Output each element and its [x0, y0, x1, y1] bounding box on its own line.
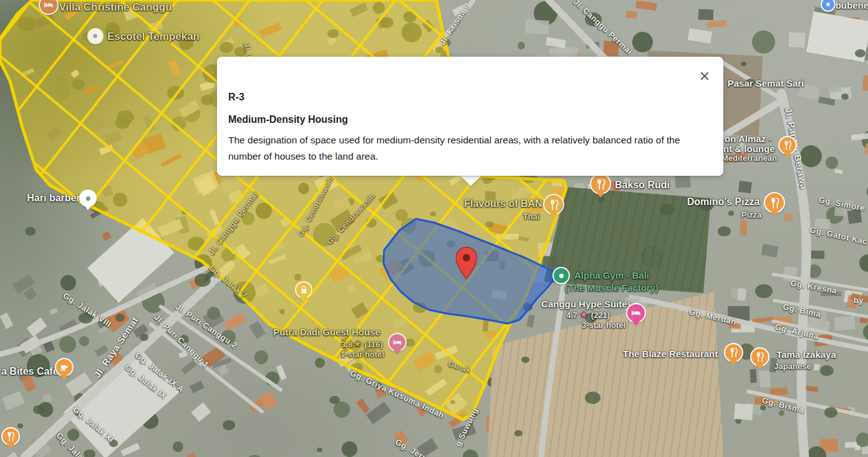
blaze-restaurant-icon-pointer	[730, 360, 737, 365]
canggu-hype-category[interactable]: 3-star hotel	[582, 320, 625, 330]
canggu-hype-rating-count[interactable]: (221)	[591, 310, 610, 320]
villa-christine-canggu-label[interactable]: Villa Christine Canggu	[59, 1, 171, 14]
bakso-rudi-restaurant-icon-pointer	[597, 193, 604, 198]
bites-cafe-label[interactable]: a Bites Cafe	[1, 366, 59, 377]
putra-dadi-lodging-icon[interactable]	[389, 334, 405, 350]
jl-canggu-permai-north: Jl. Canggu Permai	[572, 0, 635, 57]
dominos-restaurant-icon-pointer	[771, 211, 778, 216]
gg-arjuna: Gg. Arjuna	[774, 322, 819, 342]
map-viewport[interactable]: Villa Christine CangguEscotel TempekanHa…	[0, 0, 868, 457]
pasar-semat-sari-label[interactable]: Pasar Semat Sari	[728, 78, 804, 89]
close-icon[interactable]: ✕	[696, 68, 713, 85]
putra-dadi-category[interactable]: 1-star hotel	[340, 350, 384, 359]
corner-restaurant-icon-pointer	[7, 444, 14, 449]
putra-dadi-rating-star[interactable]: ★	[354, 339, 361, 349]
gg-bima: Gg. Bima	[782, 302, 822, 319]
zone-description: The designation of space used for medium…	[228, 132, 711, 165]
gg-bisma: Gg. Bisma	[761, 395, 805, 415]
alpha-gym-label-line2[interactable]: (The Muscle Factory)	[565, 282, 658, 293]
tama-izakaya-label[interactable]: Tama Izakaya	[776, 349, 836, 360]
almaz-restaurant-icon[interactable]	[779, 137, 796, 153]
putra-dadi-guest-house-label[interactable]: Putra Dadi Guest House	[273, 327, 380, 337]
jl-krisna-i: Jl. Krisna I	[438, 3, 470, 46]
gg-jeru-fragment: Gg. Jeru	[393, 437, 429, 457]
bakso-rudi-label[interactable]: Bakso Rudi	[615, 180, 670, 191]
tama-izakaya-category[interactable]: Japanese	[774, 362, 811, 371]
popup-pointer	[460, 175, 482, 186]
corner-restaurant-icon[interactable]	[2, 428, 19, 445]
putra-dadi-lodging-icon-pointer	[393, 350, 401, 355]
gg-simore: Gg. Simore	[818, 195, 866, 213]
flavours-restaurant-icon[interactable]	[544, 195, 563, 214]
almaz-label-line1[interactable]: on Almaz -	[725, 133, 771, 144]
almaz-category[interactable]: Mediterranean	[721, 153, 777, 163]
almaz-label-line2[interactable]: nt & lounge	[723, 143, 775, 154]
canggu-hype-suites-label[interactable]: Canggu Hype Suites	[541, 299, 632, 309]
canggu-hype-rating-star[interactable]: ★	[580, 310, 587, 319]
zone-code: R-3	[228, 92, 712, 103]
gg-merdah: Gg. Merdah	[688, 307, 738, 327]
gg-kresna: Gg. Kresna	[790, 278, 838, 296]
flavours-of-ban-category[interactable]: Thai	[523, 212, 540, 221]
canggu-hype-lodging-icon-pointer	[632, 321, 640, 326]
gg-jalak-7: Gg. Jalak 7	[207, 263, 249, 301]
flavours-of-ban-label[interactable]: Flavours of BAN	[464, 198, 542, 209]
gg-jalak-viii: Gg. Jalak VIII	[61, 291, 113, 329]
gg-griya-kusuma-indah: Gg. Griya Kusuma Indah	[349, 368, 446, 420]
gurak-fragment: Gurak	[447, 360, 472, 375]
escotel-poi-icon[interactable]	[89, 29, 102, 43]
bakso-rudi-restaurant-icon[interactable]	[591, 175, 610, 193]
villa-christine-lodging-icon[interactable]	[40, 0, 57, 14]
canggu-hype-rating-value[interactable]: 4.7	[566, 310, 577, 320]
hari-barber-poi-icon-pointer	[84, 205, 92, 210]
jl-canggu-permai-zone: Jl. Canggu Permai	[206, 190, 260, 257]
almaz-restaurant-icon-pointer	[784, 153, 791, 158]
putra-dadi-rating-value[interactable]: 3.8	[341, 340, 352, 349]
gg-jalak-xi: Gg. Jalak XI	[71, 405, 116, 444]
putra-dadi-rating-count[interactable]: (116)	[364, 340, 383, 349]
zone-info-popup: ✕ R-3 Medium-Density Housing The designa…	[217, 57, 723, 176]
store-poi-icon[interactable]	[296, 282, 311, 297]
suwung-fragment: g Suwung	[453, 406, 480, 448]
by-fragment: by	[854, 296, 864, 305]
dominos-restaurant-icon[interactable]	[765, 193, 784, 212]
canggu-hype-lodging-icon[interactable]	[627, 304, 645, 322]
bites-cafe-icon-pointer	[60, 375, 68, 380]
flavours-restaurant-icon-pointer	[550, 213, 557, 218]
map-pin[interactable]	[456, 247, 477, 279]
tama-restaurant-icon[interactable]	[751, 349, 768, 365]
blaze-restaurant-icon[interactable]	[725, 344, 742, 361]
bites-cafe-icon[interactable]	[56, 359, 72, 375]
gg-jala-fragment: Gg. Jala	[54, 431, 85, 457]
hari-barber-poi-icon[interactable]	[80, 191, 95, 206]
alpha-gym-label-line1[interactable]: Alpha Gym - Bali	[574, 270, 649, 281]
zone-name: Medium-Density Housing	[228, 114, 712, 125]
store-poi-icon-pointer	[300, 297, 307, 302]
dominos-pizza-label[interactable]: Domino's Pizza	[687, 196, 760, 208]
alpha-gym-icon[interactable]	[554, 268, 569, 283]
hari-barber-label[interactable]: Hari barber	[27, 193, 80, 204]
tama-restaurant-icon-pointer	[756, 365, 763, 370]
escotel-tempekan-label[interactable]: Escotel Tempekan	[107, 31, 200, 43]
gg-cendrawasih-2: Gg. Cendrawasih	[325, 191, 377, 246]
blaze-restaurant-label[interactable]: The Blaze Restaurant	[623, 349, 718, 359]
gg-gatot-kac: Gg. Gatot Kac	[809, 225, 868, 246]
dominos-pizza-category[interactable]: Pizza	[741, 210, 762, 219]
gg-cendrawasih-1: Gg. Cendrawasih	[296, 175, 335, 238]
